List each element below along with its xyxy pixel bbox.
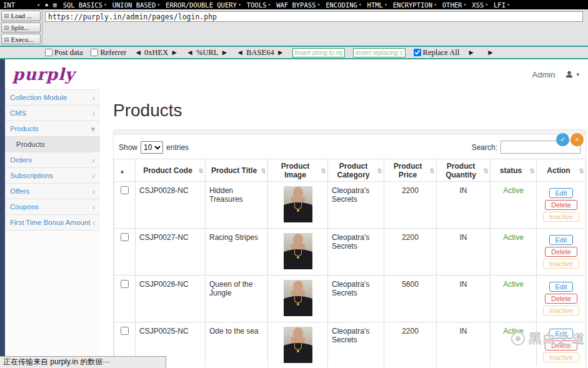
header-status[interactable]: status⇅ (491, 159, 537, 182)
hackbar-menu-item[interactable]: SQL BASICS▾ (63, 1, 107, 9)
menu-item-label: HTML (367, 1, 383, 9)
extra-arrow-icon[interactable]: ► (487, 49, 494, 56)
pendant-shape (297, 256, 299, 259)
header-select-column[interactable]: ▲ (114, 159, 136, 182)
split-button[interactable]: ▤Split... (1, 22, 41, 33)
close-circle-button[interactable]: × (571, 133, 584, 146)
replace-string-input[interactable] (353, 48, 406, 57)
hackbar-menu-item[interactable]: ENCRYPTION▾ (393, 1, 437, 9)
menu-item-label: ENCODING (326, 1, 357, 9)
url-input[interactable] (45, 11, 583, 22)
delete-button[interactable]: Delete (545, 247, 577, 257)
sidebar-item-orders[interactable]: Orders ‹ (5, 152, 100, 168)
row-checkbox[interactable] (121, 280, 129, 288)
sidebar-item-products[interactable]: Products ▾ (5, 121, 100, 137)
admin-menu-label[interactable]: Admin (532, 70, 556, 79)
hackbar-menu-item[interactable]: ENCODING▾ (326, 1, 361, 9)
hackbar-profile-label[interactable]: INT (3, 1, 32, 9)
base64-encode-arrow-icon[interactable]: ► (277, 49, 284, 56)
header-product-price[interactable]: Product Price⇅ (384, 159, 437, 182)
product-category-cell: Cleopatra's Secrets (328, 276, 384, 322)
row-checkbox[interactable] (121, 186, 129, 194)
sidebar-item-collection-module[interactable]: Collection Module ‹ (5, 90, 100, 106)
table-controls: Show 10 entries Search: (114, 135, 586, 159)
hackbar-menu-item[interactable]: TOOLS▾ (247, 1, 271, 9)
entries-select[interactable]: 10 (141, 141, 163, 154)
hex-encode-arrow-icon[interactable]: ► (171, 49, 178, 56)
delete-button[interactable]: Delete (545, 294, 577, 304)
row-checkbox[interactable] (121, 233, 129, 241)
header-product-quantity[interactable]: Product Quantity⇅ (437, 159, 491, 182)
inactive-button[interactable]: Inactive (543, 259, 579, 269)
hex-decode-arrow-icon[interactable]: ◄ (134, 49, 142, 56)
replace-all-checkbox[interactable] (414, 49, 421, 56)
check-circle-button[interactable]: ✓ (556, 133, 569, 146)
header-product-title[interactable]: Product Title⇅ (206, 159, 268, 182)
necklace-shape (294, 344, 302, 350)
delete-button[interactable]: Delete (545, 200, 577, 210)
header-product-code[interactable]: Product Code⇅ (136, 159, 206, 182)
inactive-button[interactable]: Inactive (543, 212, 579, 222)
hackbar-menu-item[interactable]: ERROR/DOUBLE QUERY▾ (166, 1, 241, 9)
base64-decode-arrow-icon[interactable]: ◄ (236, 49, 244, 56)
load-button[interactable]: ▤Load ... (1, 11, 41, 21)
product-price-cell: 2200 (384, 229, 437, 276)
sidebar-item-offers[interactable]: Offers ‹ (5, 184, 100, 199)
header-action[interactable]: Action⇅ (537, 159, 586, 182)
menu-item-label: XSS (472, 1, 484, 9)
header-label: Product Category (337, 162, 369, 179)
post-data-option[interactable]: Post data (45, 48, 82, 57)
sidebar: Collection Module ‹ CMS ‹ Products ▾ Pro… (5, 89, 100, 367)
layout: Collection Module ‹ CMS ‹ Products ▾ Pro… (5, 89, 588, 367)
sort-icon: ⇅ (377, 167, 382, 174)
replace-run-arrow-icon[interactable]: ► (467, 49, 475, 56)
hackbar-menu-item[interactable]: XSS▾ (472, 1, 488, 9)
menu-item-label: WAF BYPASS (276, 1, 316, 9)
header-product-image[interactable]: Product Image⇅ (268, 159, 328, 182)
caret-down-icon[interactable]: ▾ (37, 2, 40, 8)
execute-button[interactable]: ▤Execu... (1, 34, 41, 44)
pendant-shape (297, 303, 299, 306)
sidebar-item-coupons[interactable]: Coupons ‹ (5, 199, 100, 215)
hackbar-menu-item[interactable]: WAF BYPASS▾ (276, 1, 320, 9)
hackbar-menu-item[interactable]: UNION BASED▾ (112, 1, 160, 9)
hackbar-menu-item[interactable]: LFI▾ (494, 1, 510, 9)
edit-button[interactable]: Edit (549, 188, 574, 198)
grid-icon[interactable]: ▦ (53, 1, 57, 8)
product-code-cell: CSJP0027-NC (136, 229, 206, 276)
sidebar-item-first-time-bonus-amount[interactable]: First Time Bonus Amount ‹ (5, 215, 100, 231)
select-cell (114, 276, 136, 322)
referrer-option[interactable]: Referrer (91, 48, 126, 57)
sidebar-item-label: Offers (10, 187, 29, 195)
row-checkbox[interactable] (121, 327, 129, 335)
sidebar-subitem-products[interactable]: Products (5, 137, 100, 152)
inactive-button[interactable]: Inactive (543, 352, 579, 362)
watermark-logo-dot (516, 336, 521, 341)
hackbar-menu-item[interactable]: OTHER▾ (442, 1, 466, 9)
table-row: CSJP0026-NC Queen of the Jungle (114, 276, 586, 322)
header-product-category[interactable]: Product Category⇅ (328, 159, 384, 182)
table-header-row: ▲ Product Code⇅ Product Title⇅ Product I… (114, 159, 586, 182)
post-data-checkbox[interactable] (45, 49, 52, 56)
edit-button[interactable]: Edit (549, 282, 574, 292)
product-quantity-cell: IN (437, 229, 491, 276)
product-price-cell: 2200 (384, 322, 437, 367)
product-title-cell: Queen of the Jungle (206, 276, 268, 322)
inactive-button[interactable]: Inactive (543, 306, 579, 316)
url-encode-label: %URL (196, 48, 218, 57)
header-label: Action (547, 166, 570, 175)
sidebar-item-cms[interactable]: CMS ‹ (5, 106, 100, 121)
user-dropdown[interactable]: ▾ (565, 70, 579, 79)
edit-button[interactable]: Edit (549, 235, 574, 245)
referrer-checkbox[interactable] (91, 49, 98, 56)
status-cell: Active (491, 182, 537, 229)
purply-logo[interactable]: purply (12, 65, 75, 84)
sidebar-item-subscriptions[interactable]: Subscriptions ‹ (5, 168, 100, 184)
sort-asc-icon: ▲ (119, 168, 125, 174)
hackbar-menu-item[interactable]: HTML▾ (367, 1, 387, 9)
url-encode-arrow-icon[interactable]: ► (221, 49, 228, 56)
replace-all-option[interactable]: Replace All (414, 48, 460, 57)
find-string-input[interactable] (292, 48, 345, 57)
select-cell (114, 182, 136, 229)
url-decode-arrow-icon[interactable]: ◄ (186, 49, 194, 56)
